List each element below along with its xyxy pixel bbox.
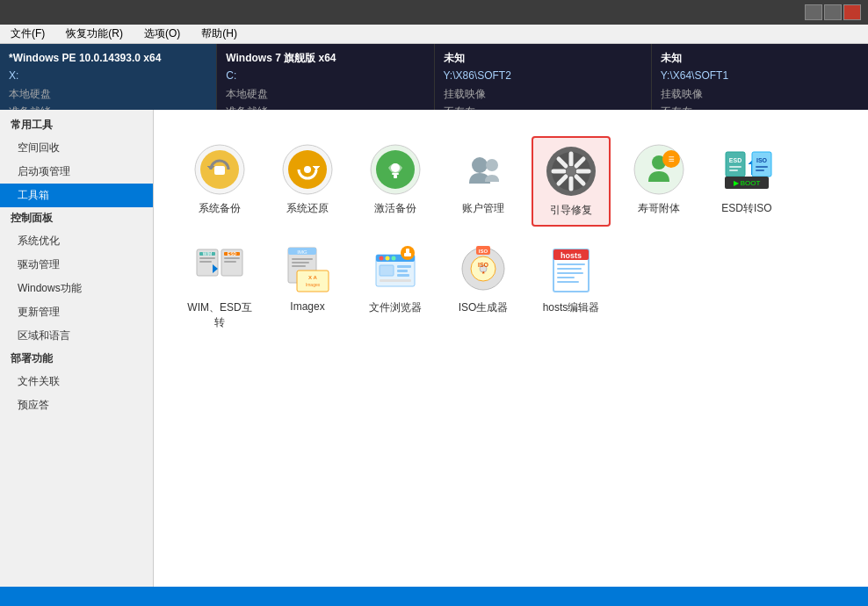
menu-item-文件(F)[interactable]: 文件(F)	[4, 25, 52, 43]
file-browser-label: 文件浏览器	[369, 300, 422, 315]
sys-restore-label: 系统还原	[286, 201, 329, 216]
iso-maker-label: ISO生成器	[459, 300, 509, 315]
svg-rect-64	[397, 265, 411, 268]
info-col-1[interactable]: Windows 7 旗舰版 x64C:本地硬盘准备就绪	[217, 44, 434, 110]
tool-icon-hosts-editor[interactable]: hosts hosts编辑器	[532, 235, 611, 337]
account-manage-label: 账户管理	[462, 201, 504, 216]
main-layout: 常用工具空间回收启动项管理工具箱控制面板系统优化驱动管理Windows功能更新管…	[0, 110, 868, 587]
info-bar: *Windows PE 10.0.14393.0 x64X:本地硬盘准备就绪Wi…	[0, 44, 868, 110]
svg-text:ESD: ESD	[228, 251, 237, 256]
iso-maker-icon: ISO ★ ISO	[457, 242, 510, 295]
menu-item-恢复功能(R)[interactable]: 恢复功能(R)	[59, 25, 130, 43]
info-col-2[interactable]: 未知Y:\X86\SOFT2挂载映像不存在	[435, 44, 652, 110]
close-button[interactable]	[843, 4, 861, 20]
svg-rect-30	[729, 166, 741, 168]
tool-icon-boot-repair[interactable]: 引导修复	[532, 136, 611, 227]
imagex-icon: IMG X A Imagex	[281, 242, 334, 295]
svg-rect-85	[557, 281, 579, 283]
sidebar: 常用工具空间回收启动项管理工具箱控制面板系统优化驱动管理Windows功能更新管…	[0, 110, 154, 587]
info-col-0[interactable]: *Windows PE 10.0.14393.0 x64X:本地硬盘准备就绪	[0, 44, 217, 110]
sys-backup-label: 系统备份	[199, 201, 241, 216]
sidebar-item-file-assoc[interactable]: 文件关联	[0, 370, 153, 393]
task-scheduler-label: 寿哥附体	[638, 201, 680, 216]
sidebar-item-space-reclaim[interactable]: 空间回收	[0, 136, 153, 160]
esd-iso-label: ESD转ISO	[721, 201, 771, 216]
minimize-button[interactable]	[805, 4, 822, 20]
status-bar	[0, 587, 868, 606]
info-col-line-3-0: Y:\X64\SOFT1	[661, 67, 859, 84]
info-col-line-1-1: 本地硬盘	[226, 85, 424, 103]
sidebar-item-boot-manage[interactable]: 启动项管理	[0, 160, 153, 184]
tool-icon-file-browser[interactable]: 文件浏览器	[356, 235, 435, 337]
menu-item-帮助(H)[interactable]: 帮助(H)	[194, 25, 244, 43]
info-col-line-2-1: 挂载映像	[444, 85, 642, 103]
svg-point-11	[472, 157, 488, 173]
info-col-3[interactable]: 未知Y:\X64\SOFT1挂载映像不存在	[652, 44, 868, 110]
sidebar-item-win-features[interactable]: Windows功能	[0, 277, 153, 300]
svg-text:hosts: hosts	[561, 251, 582, 260]
svg-rect-28	[726, 152, 745, 177]
tool-icon-wim-esd[interactable]: WIM ESD WIM、ESD互转	[180, 235, 259, 337]
info-col-title-2: 未知	[444, 49, 642, 67]
svg-text:ISO: ISO	[479, 249, 488, 254]
tool-icon-act-backup[interactable]: 激活备份	[356, 136, 435, 227]
svg-rect-81	[557, 263, 585, 265]
wim-esd-label: WIM、ESD互转	[187, 300, 252, 330]
svg-text:ISO: ISO	[756, 157, 768, 163]
tool-icon-imagex[interactable]: IMG X A Imagex Imagex	[268, 235, 347, 337]
svg-text:IMG: IMG	[297, 249, 307, 255]
menu-bar: 文件(F)恢复功能(R)选项(O)帮助(H)	[0, 25, 868, 44]
sidebar-item-sys-optimize[interactable]: 系统优化	[0, 229, 153, 253]
svg-rect-70	[404, 253, 411, 256]
svg-rect-33	[752, 152, 771, 177]
tool-icon-task-scheduler[interactable]: ≡ 寿哥附体	[619, 136, 698, 227]
menu-item-选项(O)[interactable]: 选项(O)	[137, 25, 187, 43]
tool-icon-iso-maker[interactable]: ISO ★ ISO ISO生成器	[444, 235, 523, 337]
window-controls	[805, 4, 861, 20]
sidebar-item-region-lang[interactable]: 区域和语言	[0, 324, 153, 348]
svg-rect-55	[297, 271, 329, 292]
svg-rect-36	[756, 170, 764, 171]
svg-rect-47	[224, 257, 240, 259]
svg-rect-9	[392, 173, 399, 175]
svg-point-5	[304, 166, 311, 173]
svg-rect-65	[397, 270, 408, 272]
svg-rect-82	[557, 268, 582, 270]
sidebar-group-0: 常用工具	[0, 114, 153, 136]
tool-icon-sys-backup[interactable]: 系统备份	[180, 136, 259, 227]
file-browser-icon	[369, 242, 422, 295]
sidebar-item-update-manage[interactable]: 更新管理	[0, 300, 153, 324]
hosts-editor-icon: hosts	[545, 242, 597, 295]
sidebar-group-1: 控制面板	[0, 207, 153, 229]
info-col-line-0-0: X:	[9, 67, 207, 84]
svg-text:ISO: ISO	[478, 262, 489, 268]
sidebar-item-driver-manage[interactable]: 驱动管理	[0, 253, 153, 277]
tool-icon-esd-iso[interactable]: ESD ISO ▶ BOOT ESD转ISO	[707, 136, 786, 227]
svg-rect-10	[394, 175, 397, 178]
info-col-title-0: *Windows PE 10.0.14393.0 x64	[9, 49, 207, 67]
info-col-line-1-0: C:	[226, 67, 424, 84]
imagex-label: Imagex	[290, 300, 324, 313]
boot-repair-icon	[545, 145, 597, 198]
sidebar-item-pre-answer[interactable]: 预应答	[0, 393, 153, 417]
svg-text:ESD: ESD	[729, 157, 741, 163]
info-col-line-3-1: 挂载映像	[661, 85, 859, 103]
tools-grid: 系统备份 系统还原 激活备份 账户管理	[171, 127, 850, 346]
sys-backup-icon	[193, 143, 246, 196]
svg-rect-42	[199, 257, 215, 259]
svg-rect-67	[380, 279, 411, 282]
sidebar-group-2: 部署功能	[0, 348, 153, 370]
info-col-title-1: Windows 7 旗舰版 x64	[226, 49, 424, 67]
svg-rect-52	[292, 258, 313, 260]
maximize-button[interactable]	[824, 4, 842, 20]
svg-point-62	[392, 256, 396, 261]
tool-icon-sys-restore[interactable]: 系统还原	[268, 136, 347, 227]
tool-icon-account-manage[interactable]: 账户管理	[444, 136, 523, 227]
act-backup-icon	[369, 143, 422, 196]
wim-esd-icon: WIM ESD	[193, 242, 246, 295]
info-col-line-0-1: 本地硬盘	[9, 85, 207, 103]
svg-point-61	[386, 256, 390, 261]
svg-rect-43	[199, 261, 212, 263]
svg-rect-53	[292, 262, 309, 263]
sidebar-item-toolbox[interactable]: 工具箱	[0, 184, 153, 207]
